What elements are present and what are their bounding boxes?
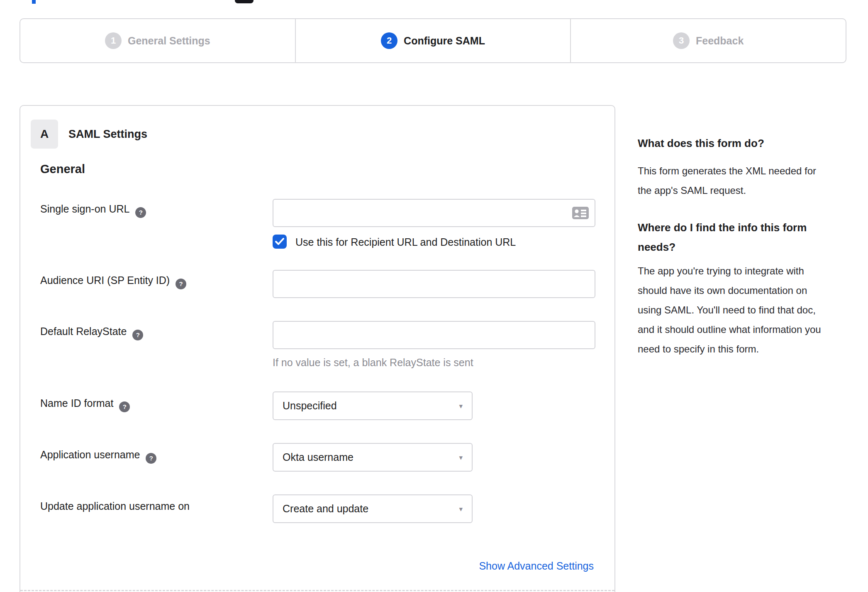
- application-username-label: Application username?: [40, 449, 156, 464]
- help-icon[interactable]: ?: [176, 279, 186, 289]
- audience-uri-input[interactable]: [273, 270, 595, 298]
- step-feedback[interactable]: 3 Feedback: [570, 19, 846, 62]
- wizard-stepper: 1 General Settings 2 Configure SAML 3 Fe…: [20, 18, 846, 63]
- general-section-heading: General: [40, 162, 85, 176]
- contact-card-icon[interactable]: [572, 207, 589, 219]
- cropped-header-artifact-logo: [235, 0, 254, 3]
- chevron-down-icon: ▾: [459, 453, 463, 462]
- recipient-url-checkbox[interactable]: [273, 235, 287, 249]
- show-advanced-settings-link[interactable]: Show Advanced Settings: [479, 560, 594, 572]
- relaystate-helper-text: If no value is set, a blank RelayState i…: [273, 357, 473, 369]
- relaystate-label: Default RelayState?: [40, 325, 143, 340]
- select-value: Create and update: [283, 503, 368, 515]
- name-id-format-label: Name ID format?: [40, 397, 130, 412]
- sidebar-heading-where: Where do I find the info this form needs…: [638, 218, 833, 257]
- sso-url-label: Single sign-on URL?: [40, 203, 146, 218]
- help-icon[interactable]: ?: [146, 453, 156, 464]
- step-number-badge: 3: [673, 32, 690, 49]
- sso-url-input-wrap: [273, 199, 595, 227]
- section-a-badge: A: [31, 120, 58, 149]
- audience-uri-label: Audience URI (SP Entity ID)?: [40, 274, 186, 289]
- step-label: Feedback: [696, 35, 744, 47]
- sidebar-paragraph-where: The app you're trying to integrate with …: [638, 261, 829, 359]
- name-id-format-select[interactable]: Unspecified ▾: [273, 391, 473, 420]
- step-label: General Settings: [128, 35, 210, 47]
- update-username-select[interactable]: Create and update ▾: [273, 494, 473, 523]
- panel-title: SAML Settings: [68, 128, 147, 141]
- help-icon[interactable]: ?: [135, 207, 146, 218]
- recipient-url-checkbox-label[interactable]: Use this for Recipient URL and Destinati…: [295, 236, 516, 248]
- section-dashed-divider: [20, 590, 614, 591]
- help-icon[interactable]: ?: [119, 401, 130, 412]
- sidebar-heading-what: What does this form do?: [638, 134, 833, 153]
- checkmark-icon: [275, 238, 284, 245]
- step-configure-saml[interactable]: 2 Configure SAML: [295, 19, 571, 62]
- step-number-badge: 1: [105, 32, 122, 49]
- relaystate-input[interactable]: [273, 321, 595, 349]
- sidebar-paragraph-what: This form generates the XML needed for t…: [638, 161, 829, 200]
- application-username-select[interactable]: Okta username ▾: [273, 443, 473, 472]
- step-general-settings[interactable]: 1 General Settings: [20, 19, 295, 62]
- sso-url-input[interactable]: [273, 199, 595, 227]
- step-label: Configure SAML: [404, 35, 485, 47]
- select-value: Okta username: [283, 451, 354, 463]
- update-username-label: Update application username on: [40, 500, 190, 512]
- chevron-down-icon: ▾: [459, 504, 463, 513]
- saml-settings-panel: A SAML Settings General Single sign-on U…: [20, 105, 615, 592]
- chevron-down-icon: ▾: [459, 401, 463, 410]
- step-number-badge: 2: [381, 32, 397, 49]
- cropped-header-artifact-blue: [32, 0, 36, 4]
- help-icon[interactable]: ?: [132, 330, 143, 340]
- select-value: Unspecified: [283, 400, 337, 412]
